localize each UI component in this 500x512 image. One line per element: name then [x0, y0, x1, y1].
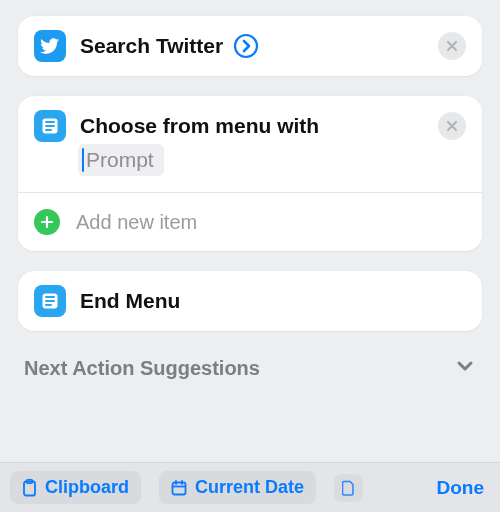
keyboard-accessory-bar: Clipboard Current Date Done [0, 462, 500, 512]
action-title-text: Choose from menu with [80, 114, 319, 138]
svg-rect-8 [45, 304, 52, 306]
twitter-icon [34, 30, 66, 62]
calendar-icon [171, 480, 187, 496]
suggestion-chip-more[interactable] [334, 474, 363, 502]
svg-rect-3 [45, 125, 55, 127]
svg-rect-4 [45, 129, 52, 131]
action-card-end-menu: End Menu [18, 271, 482, 331]
suggestion-chip-current-date[interactable]: Current Date [159, 471, 316, 504]
remove-action-button[interactable] [438, 32, 466, 60]
clipboard-icon [22, 479, 37, 497]
suggestions-title: Next Action Suggestions [24, 357, 260, 380]
suggestion-chip-label: Clipboard [45, 477, 129, 498]
action-title-text: End Menu [80, 289, 180, 313]
action-card-search-twitter[interactable]: Search Twitter [18, 16, 482, 76]
next-action-suggestions-header[interactable]: Next Action Suggestions [18, 351, 482, 387]
chevron-right-circle-icon[interactable] [233, 33, 259, 59]
add-new-item-label: Add new item [76, 211, 197, 234]
svg-rect-6 [45, 296, 55, 298]
done-button[interactable]: Done [437, 477, 491, 499]
chevron-down-icon[interactable] [454, 355, 476, 381]
svg-rect-11 [173, 482, 186, 494]
menu-icon [34, 285, 66, 317]
add-new-item-row[interactable]: Add new item [18, 193, 482, 251]
svg-point-0 [235, 35, 257, 57]
svg-rect-2 [45, 121, 55, 123]
menu-icon [34, 110, 66, 142]
svg-rect-7 [45, 300, 55, 302]
suggestion-chip-label: Current Date [195, 477, 304, 498]
suggestion-chip-clipboard[interactable]: Clipboard [10, 471, 141, 504]
action-card-choose-menu[interactable]: Choose from menu with Prompt Add new ite… [18, 96, 482, 251]
prompt-input[interactable]: Prompt [78, 144, 164, 176]
remove-action-button[interactable] [438, 112, 466, 140]
plus-circle-icon[interactable] [34, 209, 60, 235]
action-title-text: Search Twitter [80, 34, 223, 58]
doc-icon [342, 480, 355, 496]
